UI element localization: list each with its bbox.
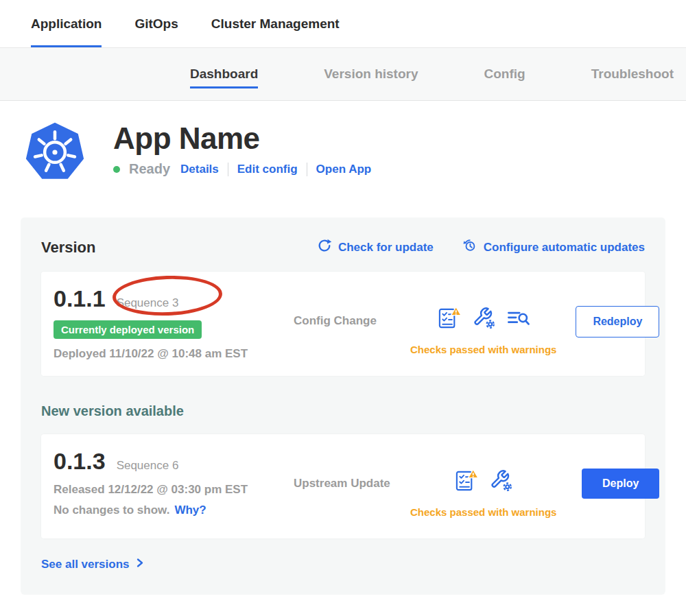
- new-version-info: 0.1.3 Sequence 6 Released 12/12/22 @ 03:…: [54, 444, 280, 525]
- edit-config-link[interactable]: Edit config: [237, 163, 298, 176]
- current-version-card: 0.1.1 Sequence 3 Currently deployed vers…: [41, 272, 645, 376]
- subnav-tab-troubleshoot[interactable]: Troubleshoot: [591, 60, 674, 88]
- wrench-gear-icon[interactable]: [473, 307, 495, 332]
- current-checks-status: Checks passed with warnings: [410, 344, 556, 355]
- new-checks-status: Checks passed with warnings: [410, 506, 556, 518]
- version-actions: Check for update Configure automatic upd…: [317, 238, 645, 257]
- new-checks-column: Checks passed with warnings: [410, 444, 556, 525]
- open-app-link[interactable]: Open App: [316, 163, 372, 176]
- see-all-versions-link[interactable]: See all versions: [41, 558, 145, 571]
- subnav-tab-dashboard[interactable]: Dashboard: [190, 60, 258, 88]
- wrench-gear-icon[interactable]: [490, 469, 512, 495]
- divider: [228, 163, 228, 176]
- why-link[interactable]: Why?: [174, 504, 206, 517]
- checklist-warning-icon[interactable]: [437, 306, 462, 333]
- current-action-column: Redeploy: [556, 281, 659, 362]
- checklist-warning-icon[interactable]: [454, 469, 479, 495]
- new-version-row: 0.1.3 Sequence 6: [54, 448, 280, 475]
- details-link[interactable]: Details: [180, 163, 219, 176]
- status-text: Ready: [129, 161, 170, 177]
- configure-auto-updates-label: Configure automatic updates: [484, 241, 645, 254]
- current-change-type: Config Change: [280, 281, 410, 362]
- new-action-column: Deploy: [556, 444, 659, 525]
- top-nav: Application GitOps Cluster Management: [0, 0, 686, 48]
- new-version-number: 0.1.3: [54, 448, 106, 475]
- page-title: App Name: [113, 121, 371, 156]
- see-all-versions-label: See all versions: [41, 558, 130, 571]
- redeploy-button[interactable]: Redeploy: [576, 306, 659, 337]
- file-search-icon[interactable]: [506, 308, 530, 331]
- divider: [307, 163, 307, 176]
- current-version-row: 0.1.1 Sequence 3: [54, 285, 280, 312]
- kubernetes-logo-icon: [24, 121, 86, 183]
- status-dot: [113, 166, 120, 173]
- configure-auto-updates-link[interactable]: Configure automatic updates: [462, 238, 645, 257]
- version-heading: Version: [41, 239, 95, 257]
- current-version-info: 0.1.1 Sequence 3 Currently deployed vers…: [54, 281, 280, 362]
- current-version-number: 0.1.1: [54, 285, 106, 312]
- current-check-icons: [437, 306, 530, 333]
- check-for-update-label: Check for update: [338, 241, 434, 254]
- tab-application[interactable]: Application: [31, 0, 102, 47]
- deploy-button[interactable]: Deploy: [582, 469, 659, 499]
- red-ellipse-annotation: [112, 274, 223, 318]
- sub-nav: Dashboard Version history Config Trouble…: [0, 48, 686, 101]
- chevron-right-icon: [135, 558, 145, 571]
- version-panel: Version Check for update: [21, 217, 665, 595]
- released-timestamp: Released 12/12/22 @ 03:30 pm EST: [54, 483, 280, 497]
- app-status-row: Ready Details Edit config Open App: [113, 161, 371, 177]
- new-version-card: 0.1.3 Sequence 6 Released 12/12/22 @ 03:…: [41, 434, 645, 538]
- new-check-icons: [454, 469, 512, 495]
- check-for-update-link[interactable]: Check for update: [317, 238, 434, 257]
- current-version-sequence: Sequence 3: [117, 296, 179, 310]
- refresh-icon: [317, 238, 332, 257]
- new-change-type: Upstream Update: [280, 444, 410, 525]
- subnav-tab-config[interactable]: Config: [484, 60, 525, 88]
- currently-deployed-badge: Currently deployed version: [54, 320, 202, 339]
- version-panel-header: Version Check for update: [41, 238, 645, 257]
- scheduled-update-icon: [462, 238, 477, 257]
- tab-cluster-management[interactable]: Cluster Management: [211, 0, 340, 47]
- no-changes-text: No changes to show.: [54, 504, 169, 517]
- app-header: App Name Ready Details Edit config Open …: [0, 101, 686, 183]
- deployed-timestamp: Deployed 11/10/22 @ 10:48 am EST: [54, 347, 280, 361]
- tab-gitops[interactable]: GitOps: [134, 0, 178, 47]
- new-version-heading: New version available: [41, 403, 645, 419]
- new-version-sequence: Sequence 6: [117, 459, 179, 473]
- subnav-tab-version-history[interactable]: Version history: [324, 60, 418, 88]
- current-checks-column: Checks passed with warnings: [410, 281, 556, 362]
